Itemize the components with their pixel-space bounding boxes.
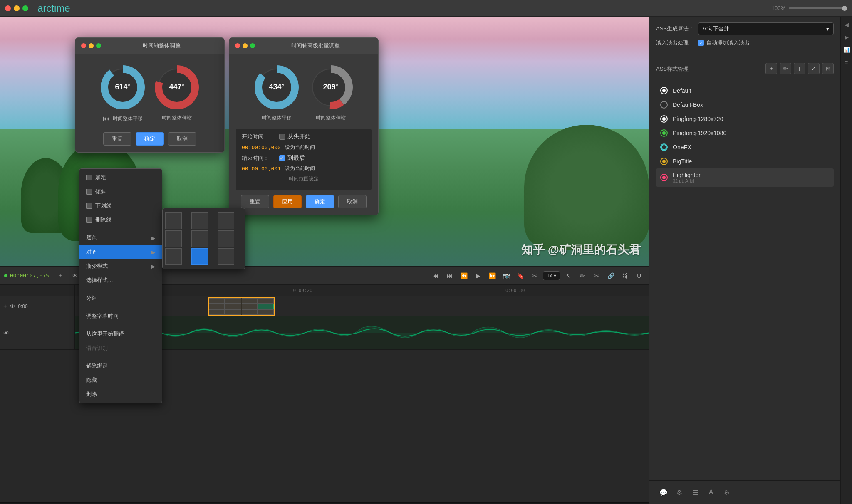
edit2-btn[interactable]: ✏ bbox=[577, 270, 588, 282]
skip-back-btn[interactable]: ⏮ bbox=[430, 270, 441, 282]
dialog1-cancel-btn[interactable]: 取消 bbox=[168, 132, 196, 146]
style-add-btn[interactable]: ＋ bbox=[765, 63, 777, 74]
menu-unbind[interactable]: 解除绑定 bbox=[79, 359, 162, 373]
side-icon-4[interactable]: ≡ bbox=[842, 57, 851, 67]
track-eye2-btn[interactable]: 👁 bbox=[3, 330, 9, 336]
menu-underline[interactable]: 下划线 bbox=[79, 199, 162, 213]
dialog1-ok-btn[interactable]: 确定 bbox=[136, 132, 164, 146]
start-set-btn[interactable]: 设为当前时间 bbox=[285, 144, 315, 151]
camera-btn[interactable]: 📷 bbox=[500, 270, 512, 282]
close-button[interactable] bbox=[5, 5, 11, 11]
icon-list[interactable]: ☰ bbox=[688, 485, 703, 500]
style-item-default[interactable]: Default bbox=[656, 84, 834, 98]
ass-algorithm-select[interactable]: A:向下合并 ▾ bbox=[698, 22, 834, 35]
start-check[interactable] bbox=[279, 134, 285, 140]
play-btn[interactable]: ▶ bbox=[472, 270, 484, 282]
icon-gear2[interactable]: ⚙ bbox=[719, 485, 734, 500]
dialog2-close[interactable] bbox=[235, 43, 240, 48]
menu-delete[interactable]: 删除 bbox=[79, 387, 162, 401]
align-bot-center[interactable] bbox=[191, 248, 208, 265]
prev-frame-btn[interactable]: ⏪ bbox=[458, 270, 470, 282]
menu-select-style[interactable]: 选择样式… bbox=[79, 273, 162, 287]
speed-select[interactable]: 1x ▾ bbox=[543, 271, 560, 280]
timeline-scrollbar[interactable] bbox=[0, 502, 649, 504]
end-check[interactable]: ✓ bbox=[279, 155, 285, 161]
align-bot-right[interactable] bbox=[218, 248, 234, 265]
menu-sep5 bbox=[79, 357, 162, 357]
track-add-btn[interactable]: + bbox=[3, 303, 7, 310]
style-item-default-box[interactable]: Default-Box bbox=[656, 98, 834, 112]
align-bot-left[interactable] bbox=[165, 248, 182, 265]
dialog1-reset-btn[interactable]: 重置 bbox=[103, 132, 131, 146]
side-icon-1[interactable]: ◀ bbox=[842, 20, 851, 29]
add-track-btn[interactable]: ＋ bbox=[55, 270, 67, 282]
cut-btn[interactable]: ✂ bbox=[591, 270, 602, 282]
style-item-pingfang-720[interactable]: Pingfang-1280x720 bbox=[656, 112, 834, 126]
menu-italic[interactable]: 倾斜 bbox=[79, 185, 162, 199]
style-radio-highlighter bbox=[660, 174, 668, 181]
menu-start-translate[interactable]: 从这里开始翻译 bbox=[79, 327, 162, 341]
next-frame-btn[interactable]: ⏩ bbox=[486, 270, 498, 282]
dialog2-reset-btn[interactable]: 重置 bbox=[241, 195, 269, 208]
menu-adjust-time[interactable]: 调整字幕时间 bbox=[79, 309, 162, 323]
zoom-thumb[interactable] bbox=[842, 6, 847, 11]
style-check-btn[interactable]: ✓ bbox=[808, 63, 820, 74]
style-item-pingfang-1080[interactable]: Pingfang-1920x1080 bbox=[656, 126, 834, 140]
align-mid-left[interactable] bbox=[165, 230, 182, 247]
start-checkbox[interactable]: 从头开始 bbox=[279, 133, 311, 141]
donut-chart3[interactable]: 434° bbox=[254, 64, 300, 110]
menu-align[interactable]: 对齐 ▶ bbox=[79, 245, 162, 259]
align-top-center[interactable] bbox=[191, 212, 208, 229]
prev-btn[interactable]: ⏭ bbox=[444, 270, 456, 282]
side-icon-2[interactable]: ▶ bbox=[842, 32, 851, 42]
minimize-button[interactable] bbox=[14, 5, 20, 11]
style-text-btn[interactable]: I bbox=[794, 63, 805, 74]
side-icon-3[interactable]: 📊 bbox=[842, 45, 851, 54]
link-btn[interactable]: 🔗 bbox=[605, 270, 617, 282]
align-mid-right[interactable] bbox=[218, 230, 234, 247]
icon-settings[interactable]: ⚙ bbox=[672, 485, 687, 500]
underline-btn[interactable]: U̲ bbox=[633, 270, 645, 282]
style-item-highlighter[interactable]: Highlighter 32 pt, Arial bbox=[656, 168, 834, 187]
style-item-bigtitle[interactable]: BigTitle bbox=[656, 154, 834, 168]
end-checkbox[interactable]: ✓ 到最后 bbox=[279, 154, 305, 162]
menu-hide[interactable]: 隐藏 bbox=[79, 373, 162, 387]
dialog2-ok-btn[interactable]: 确定 bbox=[306, 195, 334, 208]
menu-bold[interactable]: 加粗 bbox=[79, 170, 162, 185]
donut-chart1[interactable]: 614° bbox=[100, 64, 146, 110]
align-mid-center[interactable] bbox=[191, 230, 208, 247]
zoom-slider[interactable] bbox=[789, 7, 847, 9]
style-copy-btn[interactable]: ⎘ bbox=[822, 63, 834, 74]
dialog1-maximize[interactable] bbox=[96, 43, 101, 48]
dialog2-maximize[interactable] bbox=[250, 43, 255, 48]
dialog1-minimize[interactable] bbox=[89, 43, 94, 48]
fade-checkbox[interactable]: ✓ 自动添加淡入淡出 bbox=[698, 39, 750, 47]
dialog1-close[interactable] bbox=[81, 43, 86, 48]
menu-group[interactable]: 分组 bbox=[79, 291, 162, 305]
dialog2-apply-btn[interactable]: 应用 bbox=[273, 195, 302, 208]
donut-chart4[interactable]: 209° bbox=[308, 64, 354, 110]
align-top-left[interactable] bbox=[165, 212, 182, 229]
icon-comment[interactable]: 💬 bbox=[656, 485, 671, 500]
dialog2-cancel-btn[interactable]: 取消 bbox=[338, 195, 367, 208]
style-edit-btn[interactable]: ✏ bbox=[780, 63, 791, 74]
bookmark-btn[interactable]: 🔖 bbox=[515, 270, 526, 282]
maximize-button[interactable] bbox=[22, 5, 28, 11]
style-item-onefx[interactable]: OneFX bbox=[656, 140, 834, 154]
menu-gradient[interactable]: 渐变模式 ▶ bbox=[79, 259, 162, 273]
dialog2-minimize[interactable] bbox=[243, 43, 248, 48]
end-set-btn[interactable]: 设为当前时间 bbox=[285, 165, 315, 172]
fade-tick[interactable]: ✓ bbox=[698, 40, 704, 46]
donut-chart2[interactable]: 447° bbox=[154, 64, 200, 110]
menu-color[interactable]: 颜色 ▶ bbox=[79, 231, 162, 245]
align-grid bbox=[163, 210, 245, 267]
menu-strikethrough[interactable]: 删除线 bbox=[79, 213, 162, 227]
menu-color-label: 颜色 bbox=[86, 234, 97, 242]
edit-btn[interactable]: ✂ bbox=[529, 270, 540, 282]
icon-font[interactable]: A bbox=[703, 485, 718, 500]
cursor-btn[interactable]: ↖ bbox=[562, 270, 574, 282]
unlink-btn[interactable]: ⛓ bbox=[619, 270, 631, 282]
track-eye-btn[interactable]: 👁 bbox=[10, 303, 15, 310]
align-top-right[interactable] bbox=[218, 212, 234, 229]
dialog1-titlebar: 时间轴整体调整 bbox=[75, 38, 224, 54]
